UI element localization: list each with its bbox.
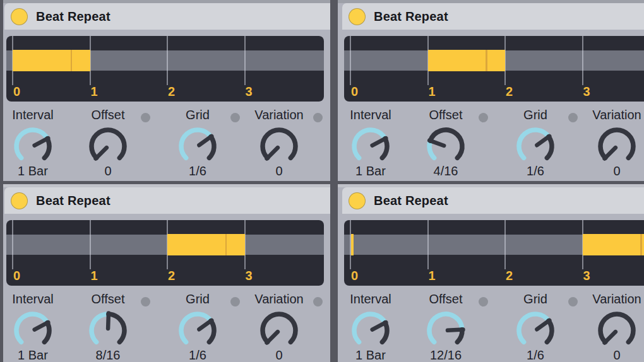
offset-label: Offset <box>92 292 125 307</box>
variation-led <box>313 297 323 307</box>
variation-label: Variation <box>254 108 303 122</box>
tick-label: 0 <box>351 85 358 99</box>
variation-value: 0 <box>275 164 282 178</box>
interval-label: Interval <box>12 292 54 307</box>
offset-knob[interactable] <box>86 309 129 352</box>
tick-label: 2 <box>506 85 513 99</box>
repeat-segment <box>428 50 506 71</box>
grid-label: Grid <box>186 292 210 307</box>
tick-label: 0 <box>13 85 20 99</box>
repeat-interval-display: 0123 <box>6 220 324 286</box>
tick-label: 3 <box>246 85 253 99</box>
grid-label: Grid <box>523 108 547 122</box>
tick-label: 1 <box>91 85 98 99</box>
repeat-segment <box>167 234 245 255</box>
tick-label: 0 <box>13 269 20 283</box>
tick-label: 3 <box>583 269 590 283</box>
grid-led <box>230 297 240 307</box>
beat-repeat-device: Beat Repeat 0123 Interval1 BarOffset0Gri… <box>0 0 330 181</box>
variation-led <box>313 113 323 122</box>
variation-label: Variation <box>592 108 641 122</box>
tick-label: 3 <box>583 85 590 99</box>
tick-label: 1 <box>91 269 98 283</box>
variation-label: Variation <box>254 292 303 307</box>
tick-line <box>582 36 583 85</box>
grid-label: Grid <box>186 108 210 122</box>
grid-knob[interactable] <box>176 309 219 352</box>
tick-label: 0 <box>351 269 358 283</box>
offset-label: Offset <box>429 292 463 307</box>
device-title: Beat Repeat <box>36 194 110 208</box>
offset-knob[interactable] <box>424 309 467 352</box>
device-activator-toggle[interactable] <box>11 192 28 209</box>
variation-knob[interactable] <box>595 309 638 352</box>
device-activator-toggle[interactable] <box>349 8 366 25</box>
tick-line <box>12 220 13 269</box>
grid-value: 1/6 <box>189 164 206 178</box>
tick-line <box>504 220 506 269</box>
variation-knob[interactable] <box>258 309 301 352</box>
offset-knob[interactable] <box>424 125 467 168</box>
segment-marker <box>225 234 227 255</box>
segment-marker <box>640 234 642 255</box>
grid-value: 1/6 <box>527 164 544 178</box>
tick-line <box>167 36 168 85</box>
tick-label: 2 <box>168 85 175 99</box>
beat-repeat-device: Beat Repeat 0123 Interval1 BarOffset8/16… <box>0 184 330 362</box>
offset-led <box>479 297 488 307</box>
grid-knob[interactable] <box>514 309 557 352</box>
interval-knob[interactable] <box>11 309 54 352</box>
beat-repeat-device: Beat Repeat 0123 Interval1 BarOffset12/1… <box>338 184 644 362</box>
interval-value: 1 Bar <box>355 164 386 178</box>
interval-value: 1 Bar <box>18 348 48 362</box>
offset-value: 0 <box>104 164 111 178</box>
tick-line <box>427 220 429 269</box>
repeat-segment <box>351 234 354 255</box>
offset-value: 4/16 <box>434 164 458 178</box>
tick-label: 3 <box>246 269 253 283</box>
interval-label: Interval <box>12 108 54 122</box>
display-band <box>6 235 324 255</box>
tick-label: 2 <box>506 269 513 283</box>
offset-led <box>141 113 150 122</box>
grid-led <box>568 297 578 307</box>
repeat-interval-display: 0123 <box>344 36 644 102</box>
tick-line <box>350 36 351 85</box>
offset-led <box>141 297 150 307</box>
offset-knob[interactable] <box>86 125 129 168</box>
tick-label: 1 <box>429 269 436 283</box>
interval-knob[interactable] <box>349 125 392 168</box>
variation-knob[interactable] <box>258 125 301 168</box>
tick-line <box>244 36 246 85</box>
offset-led <box>479 113 488 122</box>
grid-led <box>568 113 578 122</box>
interval-value: 1 Bar <box>18 164 48 178</box>
offset-value: 8/16 <box>96 348 121 362</box>
device-title: Beat Repeat <box>36 9 110 24</box>
repeat-segment <box>13 50 90 71</box>
device-title-bar: Beat Repeat <box>4 3 330 30</box>
variation-value: 0 <box>275 348 282 362</box>
variation-value: 0 <box>613 348 620 362</box>
device-title-bar: Beat Repeat <box>342 3 644 30</box>
variation-value: 0 <box>613 164 620 178</box>
grid-value: 1/6 <box>527 348 544 362</box>
segment-marker <box>486 50 487 71</box>
interval-knob[interactable] <box>11 125 54 168</box>
offset-value: 12/16 <box>430 348 462 362</box>
beat-repeat-device: Beat Repeat 0123 Interval1 BarOffset4/16… <box>338 0 644 181</box>
interval-knob[interactable] <box>349 309 392 352</box>
device-title: Beat Repeat <box>374 194 448 208</box>
repeat-interval-display: 0123 <box>344 220 644 286</box>
device-activator-toggle[interactable] <box>349 192 366 209</box>
grid-knob[interactable] <box>514 125 557 168</box>
grid-value: 1/6 <box>189 348 206 362</box>
beat-repeat-grid: Beat Repeat 0123 Interval1 BarOffset0Gri… <box>0 0 644 362</box>
grid-knob[interactable] <box>176 125 219 168</box>
device-activator-toggle[interactable] <box>11 8 28 25</box>
segment-marker <box>71 50 73 71</box>
variation-knob[interactable] <box>595 125 638 168</box>
grid-led <box>230 113 240 122</box>
interval-label: Interval <box>350 108 391 122</box>
variation-label: Variation <box>592 292 641 307</box>
